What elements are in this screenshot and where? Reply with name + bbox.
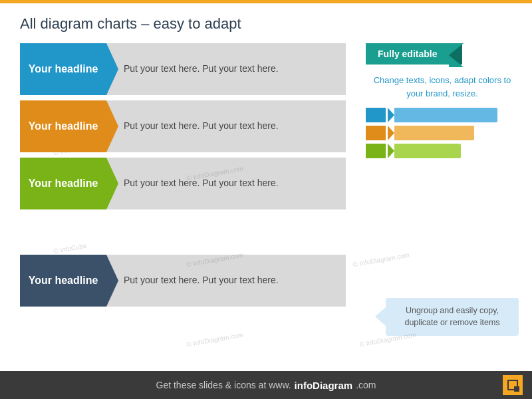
footer: Get these slides & icons at www. infoDia…: [0, 371, 532, 399]
diagram-item-4: Your headline Put your text here. Put yo…: [20, 255, 346, 307]
headline-box-1: Your headline: [20, 43, 106, 95]
main-content: All diagram charts – easy to adapt: [0, 3, 532, 33]
headline-text-4: Your headline: [29, 275, 98, 287]
footer-logo-icon: [503, 375, 523, 395]
text-box-4: Put your text here. Put your text here.: [106, 255, 346, 307]
editable-description: Change texts, icons, adapt colors to you…: [366, 70, 519, 108]
mini-bar-chart: [366, 108, 519, 158]
diagram-column: Your headline Put your text here. Put yo…: [20, 43, 346, 312]
diagram-item-2: Your headline Put your text here. Put yo…: [20, 100, 346, 152]
ungroup-callout: Ungroup and easily copy, duplicate or re…: [386, 298, 519, 336]
text-box-2: Put your text here. Put your text here.: [106, 100, 346, 152]
headline-box-2: Your headline: [20, 100, 106, 152]
footer-brand: infoDiagram: [295, 380, 353, 391]
mini-bar-arrow-2: [388, 126, 394, 140]
ungroup-text: Ungroup and easily copy, duplicate or re…: [404, 306, 499, 328]
body-text-4: Put your text here. Put your text here.: [124, 274, 279, 287]
headline-text-1: Your headline: [29, 63, 98, 75]
mini-bar-row-3: [366, 144, 519, 158]
diagram-item-3: Your headline Put your text here. Put yo…: [20, 158, 346, 209]
diagram-item-1: Your headline Put your text here. Put yo…: [20, 43, 346, 95]
mini-bar-label-3: [366, 144, 386, 158]
mini-bar-row-1: [366, 108, 519, 122]
mini-bar-arrow-3: [388, 144, 394, 158]
headline-text-3: Your headline: [29, 178, 98, 190]
body-text-1: Put your text here. Put your text here.: [124, 63, 279, 76]
mini-bar-label-1: [366, 108, 386, 122]
callout-gap: [20, 215, 346, 255]
watermark-6: © InfoDiagram.com: [186, 331, 244, 348]
footer-prefix: Get these slides & icons at www.: [156, 380, 291, 390]
mini-bar-fill-1: [394, 108, 497, 122]
watermark-5: © InfoDiagram.com: [352, 251, 410, 269]
mini-bar-fill-2: [394, 126, 474, 140]
headline-box-4: Your headline: [20, 255, 106, 307]
info-column: Fully editable Change texts, icons, adap…: [366, 43, 519, 168]
body-text-3: Put your text here. Put your text here.: [124, 177, 279, 190]
headline-box-3: Your headline: [20, 158, 106, 209]
page-title: All diagram charts – easy to adapt: [20, 15, 512, 33]
text-box-1: Put your text here. Put your text here.: [106, 43, 346, 95]
mini-bar-label-2: [366, 126, 386, 140]
headline-text-2: Your headline: [29, 120, 98, 132]
footer-icon-inner: [507, 380, 518, 390]
mini-bar-arrow-1: [388, 108, 394, 122]
editable-banner-wrap: Fully editable: [366, 43, 519, 65]
text-box-3: Put your text here. Put your text here.: [106, 158, 346, 209]
body-text-2: Put your text here. Put your text here.: [124, 120, 279, 133]
footer-suffix: .com: [356, 380, 376, 390]
mini-bar-fill-3: [394, 144, 461, 158]
mini-bar-row-2: [366, 126, 519, 140]
editable-banner: Fully editable: [366, 43, 449, 65]
